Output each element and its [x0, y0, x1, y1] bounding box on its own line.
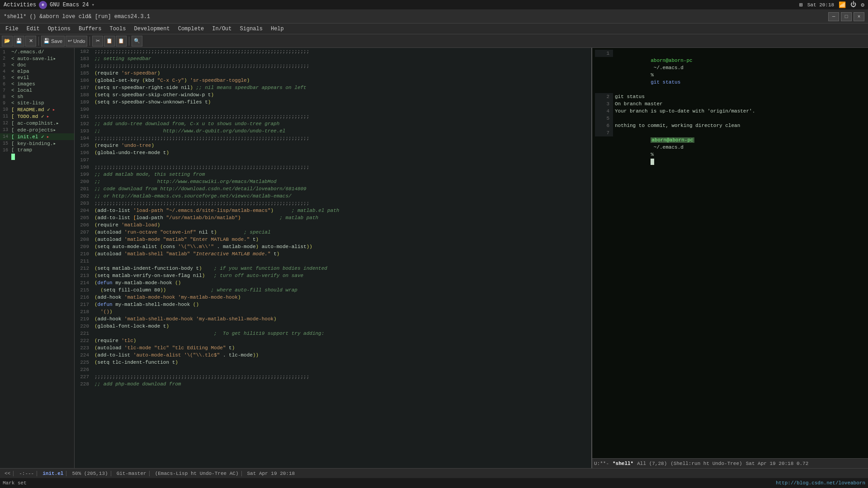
- autosave-label: < auto-save-li▸: [11, 56, 56, 61]
- code-line-200: 200 ;; http://www.emacswiki.org/emacs/Ma…: [75, 178, 591, 185]
- ln14: 14: [3, 134, 10, 139]
- sidebar-item-evil[interactable]: 5 < evil: [0, 75, 74, 81]
- shell-pos: All (7,28): [637, 461, 670, 466]
- time-display: Sat 20:18: [807, 2, 834, 8]
- elpa-label: < elpa: [11, 69, 29, 74]
- sidebar-item-elpa[interactable]: 4 < elpa: [0, 68, 74, 75]
- sidebar-item-keybinding[interactable]: 15 [ key-binding.▸: [0, 140, 74, 147]
- shell-path-2: ~/.emacs.d: [651, 145, 686, 150]
- activities-button[interactable]: Activities: [4, 2, 36, 8]
- code-line-206: 206 (require 'matlab-load): [75, 221, 591, 229]
- power-icon: ⏻: [850, 1, 856, 8]
- menu-signals[interactable]: Signals: [236, 25, 266, 33]
- menu-edit[interactable]: Edit: [23, 25, 43, 33]
- cut-button[interactable]: ✂: [92, 36, 103, 47]
- sidebar-item-sitelisp[interactable]: 9 < site-lisp: [0, 100, 74, 106]
- main-content: 1 ~/.emacs.d/ 2 < auto-save-li▸ 3 < doc …: [0, 48, 868, 468]
- code-line-225: 225 (setq tlc-indent-function t): [75, 359, 591, 366]
- sidebar-item-accompl[interactable]: 12 [ ac-complhist.▸: [0, 120, 74, 127]
- sidebar-item-ede[interactable]: 13 [ ede-projects▸: [0, 127, 74, 133]
- shell-line-1: 1 aborn@aborn-pc ~/.emacs.d % git status: [595, 50, 865, 93]
- code-line-212: 212 (setq matlab-indent-function-body t)…: [75, 265, 591, 272]
- sidebar-item-images[interactable]: 6 < images: [0, 81, 74, 87]
- code-line-186: 186 (global-set-key (kbd "C-x C-y") 'sr-…: [75, 77, 591, 84]
- code-line-191: 191 ;;;;;;;;;;;;;;;;;;;;;;;;;;;;;;;;;;;;…: [75, 113, 591, 120]
- line-num-1: 1: [3, 50, 10, 55]
- copy-button[interactable]: 📋: [104, 36, 115, 47]
- ln10: 10: [3, 107, 10, 112]
- code-line-193: 193 ;; http://www.dr-qubit.org/undo/undo…: [75, 127, 591, 135]
- sidebar-item-readme[interactable]: 10 [ README.md ✓ ▸: [0, 106, 74, 113]
- system-bar: Activities e GNU Emacs 24 ▾ ⊞ Sat 20:18 …: [0, 0, 868, 10]
- save-named-button[interactable]: 💾 Save: [41, 36, 65, 47]
- settings-icon[interactable]: ⚙: [861, 1, 864, 9]
- code-line-222: 222 (require 'tlc): [75, 337, 591, 344]
- ln16: 16: [3, 148, 10, 153]
- paste-button[interactable]: 📋: [116, 36, 127, 47]
- menu-tools[interactable]: Tools: [106, 25, 129, 33]
- menu-development[interactable]: Development: [130, 25, 173, 33]
- minimize-button[interactable]: ─: [828, 12, 839, 21]
- kill-button[interactable]: ✕: [25, 36, 36, 47]
- menu-help[interactable]: Help: [267, 25, 288, 33]
- shell-indicator: U:**-: [594, 461, 613, 466]
- code-line-197: 197: [75, 156, 591, 164]
- close-button[interactable]: ×: [854, 12, 864, 21]
- sidebar-item-local[interactable]: 7 < local: [0, 87, 74, 94]
- undo-label: Undo: [73, 38, 85, 44]
- menu-options[interactable]: Options: [44, 25, 74, 33]
- app-name[interactable]: GNU Emacs 24: [50, 2, 89, 8]
- images-label: < images: [11, 81, 35, 87]
- code-line-182: 182 ;;;;;;;;;;;;;;;;;;;;;;;;;;;;;;;;;;;;…: [75, 48, 591, 55]
- minibar: Mark set http://blog.csdn.net/loveaborn: [0, 478, 868, 488]
- sidebar-item-autosave[interactable]: 2 < auto-save-li▸: [0, 55, 74, 62]
- undo-button[interactable]: ↩ Undo: [66, 36, 87, 47]
- ln4: 4: [3, 69, 10, 74]
- save-icon: 💾: [43, 38, 50, 44]
- menu-buffers[interactable]: Buffers: [75, 25, 105, 33]
- titlebar: *shell* () &aborn love cld& [run] emacs2…: [0, 10, 868, 23]
- grid-icon[interactable]: ⊞: [799, 1, 803, 9]
- sidebar-item-sh[interactable]: 8 < sh: [0, 94, 74, 100]
- sidebar-item-root[interactable]: 1 ~/.emacs.d/: [0, 49, 74, 55]
- code-container[interactable]: 182 ;;;;;;;;;;;;;;;;;;;;;;;;;;;;;;;;;;;;…: [75, 48, 591, 468]
- code-line-183: 183 ;; setting speedbar: [75, 55, 591, 62]
- code-line-196: 196 (global-undo-tree-mode t): [75, 149, 591, 156]
- menu-inout[interactable]: In/Out: [208, 25, 235, 33]
- ede-label: [ ede-projects▸: [11, 127, 56, 133]
- code-line-198: 198 ;;;;;;;;;;;;;;;;;;;;;;;;;;;;;;;;;;;;…: [75, 164, 591, 171]
- code-line-227: 227 ;;;;;;;;;;;;;;;;;;;;;;;;;;;;;;;;;;;;…: [75, 373, 591, 380]
- code-line-215: 215 (setq fill-column 80)) ; where auto-…: [75, 286, 591, 294]
- shell-prompt-1: aborn@aborn-pc: [651, 58, 692, 63]
- menu-complete[interactable]: Complete: [175, 25, 208, 33]
- sidebar-item-todo[interactable]: 11 [ TODO.md ✓ ▸: [0, 113, 74, 120]
- shell-cursor: [651, 159, 654, 165]
- menubar: File Edit Options Buffers Tools Developm…: [0, 23, 868, 34]
- maximize-button[interactable]: □: [841, 12, 852, 21]
- sidebar-item-tramp[interactable]: 16 [ tramp: [0, 147, 74, 153]
- code-line-187: 187 (setq sr-speedbar-right-side nil) ;;…: [75, 84, 591, 91]
- statusbar: << -:--- init.el 50% (205,13) Git-master…: [0, 468, 868, 478]
- doc-label: < doc: [11, 62, 26, 68]
- status-mode: (Emacs-Lisp ht Undo-Tree AC): [152, 471, 242, 476]
- sidebar-item-doc[interactable]: 3 < doc: [0, 62, 74, 68]
- todo-arrow: ▸: [47, 113, 50, 119]
- toolbar-sep-3: [129, 37, 129, 46]
- app-dropdown[interactable]: ▾: [91, 2, 94, 8]
- sidebar-item-init[interactable]: 14 [ init.el ✓ ▸: [0, 133, 74, 140]
- code-line-219: 219 (add-hook 'matlab-shell-mode-hook 'm…: [75, 315, 591, 323]
- ln15: 15: [3, 141, 10, 146]
- status-arrows: <<: [2, 471, 14, 476]
- shell-line-7: 7 aborn@aborn-pc ~/.emacs.d %: [595, 129, 865, 173]
- sysbar-right: ⊞ Sat 20:18 📶 ⏻ ⚙: [799, 1, 864, 9]
- save-button2[interactable]: 💾: [14, 36, 24, 47]
- menu-file[interactable]: File: [2, 25, 22, 33]
- shell-pane: 1 aborn@aborn-pc ~/.emacs.d % git status…: [592, 48, 868, 468]
- shell-line-3: 3 On branch master: [595, 100, 865, 108]
- code-line-192: 192 ;; add undo-tree download from, C-x …: [75, 120, 591, 127]
- shell-line-4: 4 Your branch is up-to-date with 'origin…: [595, 108, 865, 115]
- search-button[interactable]: 🔍: [132, 36, 142, 47]
- shell-content[interactable]: 1 aborn@aborn-pc ~/.emacs.d % git status…: [592, 48, 868, 458]
- code-line-224: 224 (add-to-list 'auto-mode-alist '\("\\…: [75, 352, 591, 359]
- open-button[interactable]: 📂: [2, 36, 13, 47]
